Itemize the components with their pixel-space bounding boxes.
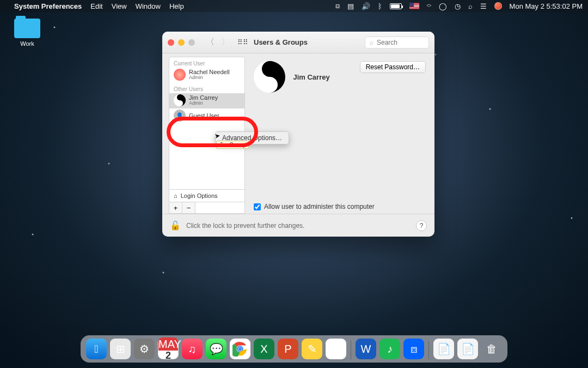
login-options-label: Login Options <box>181 192 218 199</box>
dock-chrome[interactable] <box>230 339 250 359</box>
dock-doc2[interactable]: 📄 <box>457 339 478 359</box>
user-name: Guest User <box>189 112 219 119</box>
window-title: Users & Groups <box>254 38 308 46</box>
bluetooth-icon[interactable]: ᛒ <box>378 2 382 10</box>
dock-notes[interactable]: ✎ <box>302 339 322 359</box>
dock-powerpoint[interactable]: P <box>278 339 298 359</box>
home-icon: ⌂ <box>174 192 177 199</box>
forward-button[interactable]: 〉 <box>219 35 232 49</box>
close-button[interactable] <box>168 39 174 46</box>
folder-icon <box>14 19 40 38</box>
search-input[interactable] <box>377 39 424 46</box>
allow-admin-label: Allow user to administer this computer <box>264 203 375 210</box>
control-center-icon[interactable]: ☰ <box>480 2 487 10</box>
save-menuextra-icon[interactable]: ▤ <box>347 2 354 10</box>
volume-icon[interactable]: 🔊 <box>362 2 370 10</box>
menu-help[interactable]: Help <box>169 2 184 10</box>
menu-window[interactable]: Window <box>136 2 161 10</box>
dock-messages[interactable]: 💬 <box>206 339 226 359</box>
selected-user-name: Jim Carrey <box>293 73 329 81</box>
dock-launchpad[interactable]: ⊞ <box>110 339 131 359</box>
search-field[interactable]: ⌕ <box>365 37 429 49</box>
battery-icon[interactable] <box>390 3 402 9</box>
user-row-current[interactable]: Rachel Needell Admin <box>169 68 244 83</box>
avatar-icon <box>174 94 186 106</box>
show-all-button[interactable]: ⠿⠿ <box>237 38 248 46</box>
user-switch-icon[interactable]: ◯ <box>439 2 447 10</box>
clock-extra-icon[interactable]: ◷ <box>455 2 461 10</box>
clock[interactable]: Mon May 2 5:53:02 PM <box>510 2 583 10</box>
app-menu[interactable]: System Preferences <box>14 2 82 10</box>
back-button[interactable]: 〈 <box>204 35 217 49</box>
dock-calendar[interactable]: MAY 2 <box>158 339 179 359</box>
current-user-section: Current User <box>169 57 244 68</box>
dock-spotify[interactable]: ♪ <box>379 339 400 359</box>
dock-word[interactable]: W <box>356 339 376 359</box>
user-row-jim[interactable]: Jim Carrey Admin <box>169 93 244 108</box>
input-source-icon[interactable] <box>409 3 419 9</box>
zoom-button[interactable] <box>188 39 195 46</box>
avatar-icon: 👤 <box>174 110 186 122</box>
dock-doc1[interactable]: 📄 <box>433 339 454 359</box>
add-user-button[interactable]: + <box>169 202 182 213</box>
search-icon: ⌕ <box>370 39 373 46</box>
lock-text: Click the lock to prevent further change… <box>186 222 304 230</box>
remove-user-button[interactable]: − <box>182 202 195 213</box>
tooltip: Jim Carrey <box>216 141 249 149</box>
svg-point-4 <box>238 347 242 351</box>
siri-icon[interactable] <box>494 2 502 10</box>
wifi-icon[interactable]: ⌔ <box>427 2 431 10</box>
dock-dropbox[interactable]: ⧈ <box>403 339 424 359</box>
dock-finder[interactable]: 󰀵 <box>86 339 107 359</box>
user-row-guest[interactable]: 👤 Guest User <box>169 108 244 124</box>
window-footer: 🔓 Click the lock to prevent further chan… <box>162 214 434 237</box>
login-options[interactable]: ⌂ Login Options <box>169 189 244 202</box>
minimize-button[interactable] <box>178 39 185 46</box>
menu-view[interactable]: View <box>112 2 127 10</box>
dock-slack[interactable]: # <box>326 339 346 359</box>
desktop-folder-work[interactable]: Work <box>11 19 44 47</box>
menubar: System Preferences Edit View Window Help… <box>0 0 588 12</box>
calendar-month: MAY <box>158 337 178 351</box>
titlebar: 〈 〉 ⠿⠿ Users & Groups ⌕ <box>162 32 434 53</box>
other-users-section: Other Users <box>169 83 244 93</box>
dock-separator <box>351 341 351 359</box>
calendar-day: 2 <box>166 351 171 360</box>
user-role: Admin <box>189 75 230 81</box>
folder-label: Work <box>11 40 44 47</box>
dock-trash[interactable]: 🗑 <box>481 339 502 359</box>
dock-music[interactable]: ♫ <box>182 339 203 359</box>
help-button[interactable]: ? <box>416 220 427 231</box>
menu-edit[interactable]: Edit <box>90 2 102 10</box>
dock: 󰀵 ⊞ ⚙ MAY 2 ♫ 💬 X P ✎ # W ♪ ⧈ 📄 📄 🗑 <box>81 335 507 363</box>
traffic-lights <box>168 39 195 46</box>
users-groups-window: 〈 〉 ⠿⠿ Users & Groups ⌕ Current User Rac… <box>162 32 434 237</box>
dock-separator <box>428 341 429 359</box>
user-role: Admin <box>189 101 218 106</box>
avatar-icon <box>174 69 186 81</box>
user-avatar-large[interactable] <box>254 61 285 93</box>
dock-system-preferences[interactable]: ⚙ <box>134 339 155 359</box>
dock-excel[interactable]: X <box>254 339 274 359</box>
allow-admin-checkbox[interactable] <box>254 203 261 210</box>
spotlight-icon[interactable]: ⌕ <box>468 2 473 10</box>
dropbox-menuextra-icon[interactable]: ⧈ <box>335 2 340 10</box>
reset-password-button[interactable]: Reset Password… <box>360 61 426 73</box>
lock-icon[interactable]: 🔓 <box>170 220 181 231</box>
